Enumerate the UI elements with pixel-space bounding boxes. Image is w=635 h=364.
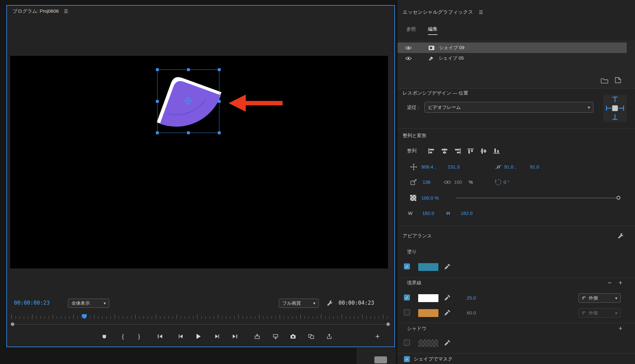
selection-handle-e[interactable] xyxy=(218,100,221,103)
stroke2-color-swatch[interactable] xyxy=(418,309,439,317)
height-value[interactable]: 182.0 xyxy=(461,210,473,216)
fit-mode-dropdown[interactable]: 全体表示 ▾ xyxy=(68,299,109,308)
lift-button[interactable] xyxy=(252,331,262,341)
mask-with-shape-checkbox[interactable]: ✓ xyxy=(404,356,410,362)
new-layer-icon[interactable] xyxy=(615,77,621,83)
selection-handle-nw[interactable] xyxy=(156,68,159,71)
align-center-v-icon[interactable] xyxy=(479,148,488,154)
selection-handle-s[interactable] xyxy=(187,131,190,134)
width-value[interactable]: 182.0 xyxy=(422,210,434,216)
add-stroke-plus-button[interactable]: + xyxy=(618,279,622,286)
stroke2-align-value: 外側 xyxy=(589,310,612,316)
mark-in-button[interactable]: { xyxy=(118,331,128,341)
shadow-heading: シャドウ xyxy=(407,326,426,332)
timeline-ruler[interactable] xyxy=(7,311,394,320)
stroke1-color-swatch[interactable] xyxy=(418,294,439,302)
selection-handle-ne[interactable] xyxy=(218,68,221,71)
layer-row-shape09[interactable]: シェイプ 09 xyxy=(398,43,627,53)
appearance-settings-wrench-icon[interactable] xyxy=(617,232,624,239)
fill-color-swatch[interactable] xyxy=(418,263,439,271)
zoom-scrollbar[interactable] xyxy=(7,322,394,327)
fragment-icon[interactable] xyxy=(374,356,387,363)
align-right-icon[interactable] xyxy=(453,148,462,154)
align-left-icon[interactable] xyxy=(427,148,436,154)
comparison-view-button[interactable] xyxy=(306,331,316,341)
rotation-icon xyxy=(495,179,502,186)
opacity-slider-track[interactable] xyxy=(456,198,619,198)
stroke1-enabled-checkbox[interactable]: ✓ xyxy=(404,295,410,301)
anchor-y-value[interactable]: 91.0 xyxy=(530,164,539,169)
eg-tabs: 参照 編集 xyxy=(406,26,438,35)
button-editor-plus-button[interactable]: + xyxy=(372,331,383,341)
align-top-icon[interactable] xyxy=(466,148,475,154)
scale-value[interactable]: 136 xyxy=(423,179,431,185)
shadow-eyedropper-icon[interactable] xyxy=(444,340,450,346)
video-preview[interactable] xyxy=(10,56,388,268)
stroke2-eyedropper-icon[interactable] xyxy=(444,310,450,316)
pen-layer-icon xyxy=(428,56,434,61)
width-label: W xyxy=(408,210,412,216)
stroke1-eyedropper-icon[interactable] xyxy=(444,295,450,301)
monitor-settings-wrench-icon[interactable] xyxy=(326,300,333,307)
position-y-value[interactable]: 231.3 xyxy=(448,164,460,169)
app-window: プログラム: Proj0606 ☰ xyxy=(0,0,635,364)
go-to-in-button[interactable] xyxy=(155,331,165,341)
stroke2-width-value: 60.0 xyxy=(467,310,476,315)
fill-enabled-checkbox[interactable]: ✓ xyxy=(404,263,410,269)
shadow-enabled-checkbox[interactable] xyxy=(404,340,410,346)
opacity-slider-knob[interactable] xyxy=(617,196,620,200)
fill-label: 塗り xyxy=(407,249,417,255)
remove-stroke-minus-button[interactable]: − xyxy=(608,279,612,286)
panel-menu-icon[interactable]: ☰ xyxy=(64,9,68,14)
stroke1-align-dropdown[interactable]: 外側 ▾ xyxy=(578,293,621,303)
tab-browse[interactable]: 参照 xyxy=(406,26,416,35)
chevron-down-icon: ▾ xyxy=(313,301,315,305)
visibility-eye-icon[interactable] xyxy=(405,56,412,61)
follow-label: 追従 : xyxy=(407,104,419,110)
responsive-pin-widget[interactable] xyxy=(603,95,627,122)
align-bottom-icon[interactable] xyxy=(492,148,501,154)
extract-button[interactable] xyxy=(271,331,281,341)
fill-row: ✓ xyxy=(398,262,635,272)
go-to-out-button[interactable] xyxy=(230,331,240,341)
rotation-value[interactable]: 0 ° xyxy=(504,179,510,185)
current-timecode[interactable]: 00:00:00:23 xyxy=(14,300,50,306)
add-marker-button[interactable] xyxy=(99,331,109,341)
step-back-button[interactable] xyxy=(176,331,186,341)
selection-handle-se[interactable] xyxy=(218,131,221,134)
panel-menu-icon[interactable]: ☰ xyxy=(479,10,483,15)
align-center-h-icon[interactable] xyxy=(440,148,449,154)
layer-row-shape05[interactable]: シェイプ 05 xyxy=(398,53,627,63)
mark-out-button[interactable]: } xyxy=(134,331,144,341)
chevron-down-icon: ▾ xyxy=(615,311,617,315)
position-x-value[interactable]: 906.4 , xyxy=(421,164,436,169)
selection-handle-sw[interactable] xyxy=(156,131,159,134)
quality-dropdown[interactable]: フル画質 ▾ xyxy=(279,299,319,308)
visibility-eye-icon[interactable] xyxy=(405,46,412,50)
zoom-handle-right[interactable] xyxy=(386,322,390,326)
add-shadow-plus-button[interactable]: + xyxy=(618,325,622,332)
stroke2-align-dropdown[interactable]: 外側 ▾ xyxy=(578,308,621,318)
link-scale-icon[interactable] xyxy=(444,180,451,184)
new-folder-icon[interactable] xyxy=(601,77,608,83)
transform-heading: 整列と変形 xyxy=(403,133,426,139)
zoom-handle-left[interactable] xyxy=(11,322,14,326)
tab-edit[interactable]: 編集 xyxy=(428,26,438,35)
selection-bounding-box[interactable] xyxy=(157,69,219,133)
step-forward-button[interactable] xyxy=(212,331,222,341)
play-button[interactable] xyxy=(193,331,204,341)
follow-dropdown[interactable]: ビデオフレーム ▾ xyxy=(424,102,593,113)
export-media-button[interactable] xyxy=(324,331,334,341)
stroke1-width-value[interactable]: 25.0 xyxy=(467,295,476,301)
shadow-color-swatch[interactable] xyxy=(418,339,439,347)
fill-eyedropper-icon[interactable] xyxy=(444,264,450,270)
percent-sign: % xyxy=(469,179,473,185)
essential-graphics-panel: エッセンシャルグラフィックス ☰ 参照 編集 シェイプ 09 xyxy=(398,0,635,364)
anchor-x-value[interactable]: 91.0 , xyxy=(504,164,516,169)
opacity-value[interactable]: 100.0 % xyxy=(421,195,439,201)
selection-handle-w[interactable] xyxy=(156,100,159,103)
selection-handle-n[interactable] xyxy=(187,68,190,71)
fit-mode-value: 全体表示 xyxy=(71,300,101,306)
stroke2-enabled-checkbox[interactable] xyxy=(404,309,410,315)
export-frame-button[interactable] xyxy=(288,331,298,341)
